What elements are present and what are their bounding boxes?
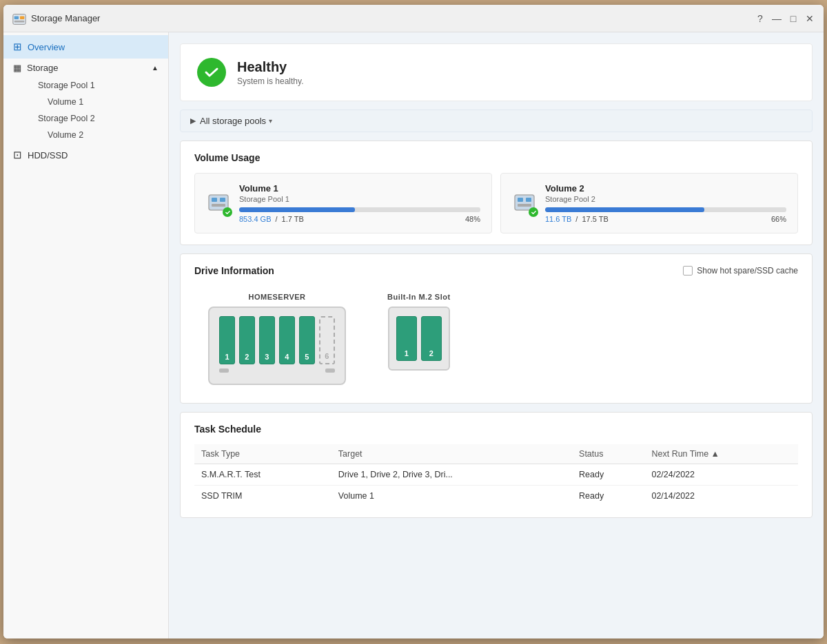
- app-window: Storage Manager ? — □ ✕ ⊞ Overview ▦ Sto…: [3, 5, 824, 638]
- help-button[interactable]: ?: [755, 13, 766, 24]
- health-description: System is healthy.: [237, 76, 303, 86]
- drive-info-title: Drive Information: [194, 265, 683, 276]
- volume-1-bar: [239, 207, 480, 212]
- window-controls: ? — □ ✕: [755, 13, 815, 24]
- overview-icon: ⊞: [13, 41, 22, 53]
- hdd-bay-1: 1: [219, 316, 235, 364]
- col-target: Target: [331, 444, 572, 464]
- hdd-bays: 1 2 3 4 5 6: [219, 316, 335, 364]
- storage-pool-2-label: Storage Pool 2: [38, 114, 95, 123]
- homeserver-unit: HOMESERVER 1 2 3 4 5 6: [208, 293, 346, 385]
- drive-info-header: Drive Information Show hot spare/SSD cac…: [194, 265, 798, 276]
- svg-rect-11: [518, 204, 531, 207]
- volume-2-info: Volume 2 Storage Pool 2 11.6 TB / 17.5: [545, 183, 786, 223]
- volume-2-bar: [545, 207, 786, 212]
- volume-usage-card: Volume Usage: [180, 141, 813, 245]
- volume-2-bar-fill: [545, 207, 704, 212]
- volume-2-pct: 66%: [771, 215, 786, 223]
- svg-rect-6: [220, 198, 225, 202]
- volume-1-pool: Storage Pool 1: [239, 195, 480, 203]
- volume-usage-title: Volume Usage: [194, 152, 798, 163]
- volume-2-stats: 11.6 TB / 17.5 TB 66%: [545, 215, 786, 223]
- sidebar-hdd-label: HDD/SSD: [28, 150, 159, 160]
- sidebar-item-volume-2[interactable]: Volume 2: [28, 127, 168, 143]
- volume-1-check-icon: [223, 207, 232, 217]
- m2-slot-2: 2: [421, 316, 442, 361]
- volume-1-separator: /: [275, 215, 277, 223]
- health-status-icon: [197, 58, 226, 87]
- svg-rect-10: [526, 198, 531, 202]
- task-row-1-status: Ready: [572, 464, 644, 486]
- hdd-bay-3: 3: [259, 316, 275, 364]
- task-row-2-status: Ready: [572, 486, 644, 507]
- col-task-type: Task Type: [194, 444, 331, 464]
- sidebar-item-hdd-ssd[interactable]: ⊡ HDD/SSD: [3, 143, 168, 167]
- sidebar-item-storage-pool-1[interactable]: Storage Pool 1: [28, 77, 168, 94]
- hdd-bay-2: 2: [239, 316, 255, 364]
- task-row-2: SSD TRIM Volume 1 Ready 02/14/2022: [194, 486, 798, 507]
- task-table: Task Type Target Status Next Run Time ▲ …: [194, 444, 798, 506]
- hdd-bay-6: 6: [319, 316, 335, 364]
- volume-card-1: Volume 1 Storage Pool 1 853.4 GB / 1.7: [194, 173, 492, 233]
- app-body: ⊞ Overview ▦ Storage ▲ Storage Pool 1 Vo…: [3, 32, 824, 638]
- volume-2-used: 11.6 TB: [545, 215, 571, 223]
- volume-2-label: Volume 2: [48, 130, 83, 140]
- sidebar-item-overview[interactable]: ⊞ Overview: [3, 35, 168, 59]
- filter-bar: ▶ All storage pools ▾: [180, 110, 813, 132]
- volume-card-2: Volume 2 Storage Pool 2 11.6 TB / 17.5: [500, 173, 798, 233]
- app-icon: [12, 12, 25, 25]
- hdd-icon: ⊡: [13, 149, 22, 161]
- hot-spare-checkbox[interactable]: [683, 266, 693, 276]
- svg-rect-2: [20, 16, 24, 19]
- volume-2-total: 17.5 TB: [582, 215, 608, 223]
- col-status: Status: [572, 444, 644, 464]
- close-button[interactable]: ✕: [804, 13, 815, 24]
- volume-2-pool: Storage Pool 2: [545, 195, 786, 203]
- filter-link[interactable]: All storage pools ▾: [200, 116, 272, 126]
- volume-1-label: Volume 1: [48, 97, 83, 107]
- m2-slot-1: 1: [396, 316, 417, 361]
- task-row-2-target: Volume 1: [331, 486, 572, 507]
- hdd-enclosure: 1 2 3 4 5 6: [208, 307, 346, 385]
- svg-rect-7: [212, 204, 225, 207]
- titlebar: Storage Manager ? — □ ✕: [3, 5, 824, 32]
- sidebar-storage-label: Storage: [27, 63, 59, 73]
- drive-diagram: HOMESERVER 1 2 3 4 5 6: [194, 286, 798, 392]
- volume-2-separator: /: [575, 215, 578, 223]
- volume-1-icon: [206, 191, 231, 216]
- hdd-bay-4: 4: [279, 316, 295, 364]
- svg-rect-3: [14, 20, 25, 22]
- filter-icon: ▶: [190, 116, 196, 125]
- window-title: Storage Manager: [31, 13, 755, 23]
- volume-1-used: 853.4 GB: [239, 215, 271, 223]
- hdd-foot-left: [219, 368, 229, 373]
- storage-pool-1-label: Storage Pool 1: [38, 81, 95, 90]
- hot-spare-label: Show hot spare/SSD cache: [697, 266, 798, 276]
- task-schedule-title: Task Schedule: [194, 424, 798, 435]
- task-row-1-next-run: 02/24/2022: [644, 464, 798, 486]
- m2-enclosure: 1 2: [388, 307, 450, 371]
- minimize-button[interactable]: —: [771, 13, 782, 24]
- hdd-foot-right: [325, 368, 335, 373]
- volume-grid: Volume 1 Storage Pool 1 853.4 GB / 1.7: [194, 173, 798, 233]
- col-next-run[interactable]: Next Run Time ▲: [644, 444, 798, 464]
- task-row-1-type: S.M.A.R.T. Test: [194, 464, 331, 486]
- volume-1-bar-fill: [239, 207, 355, 212]
- hot-spare-checkbox-label[interactable]: Show hot spare/SSD cache: [683, 266, 798, 276]
- filter-dropdown-arrow: ▾: [269, 117, 272, 125]
- sidebar-item-volume-1[interactable]: Volume 1: [28, 94, 168, 110]
- task-row-2-next-run: 02/14/2022: [644, 486, 798, 507]
- task-row-1: S.M.A.R.T. Test Drive 1, Drive 2, Drive …: [194, 464, 798, 486]
- hdd-stand: [219, 368, 335, 373]
- sidebar-storage-section[interactable]: ▦ Storage ▲: [3, 59, 168, 77]
- volume-1-info: Volume 1 Storage Pool 1 853.4 GB / 1.7: [239, 183, 480, 223]
- hdd-bay-5: 5: [299, 316, 315, 364]
- volume-2-check-icon: [529, 207, 538, 217]
- svg-rect-5: [212, 198, 217, 202]
- volume-1-total: 1.7 TB: [282, 215, 304, 223]
- sidebar-item-storage-pool-2[interactable]: Storage Pool 2: [28, 110, 168, 127]
- storage-icon: ▦: [13, 63, 21, 73]
- maximize-button[interactable]: □: [788, 13, 799, 24]
- task-table-header-row: Task Type Target Status Next Run Time ▲: [194, 444, 798, 464]
- task-row-2-type: SSD TRIM: [194, 486, 331, 507]
